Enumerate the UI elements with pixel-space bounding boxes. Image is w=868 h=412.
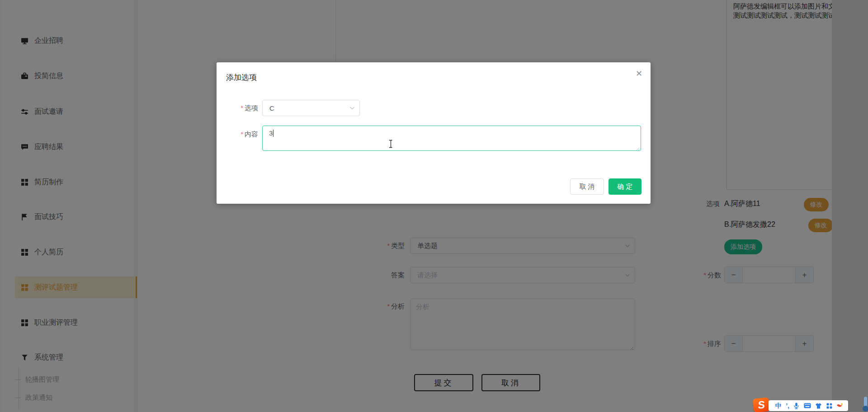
dialog-content-value: 3 bbox=[269, 129, 273, 137]
dialog-title: 添加选项 bbox=[226, 72, 257, 83]
close-icon[interactable]: ✕ bbox=[636, 70, 642, 78]
skin-shirt-icon[interactable] bbox=[815, 403, 822, 409]
thermometer-widget[interactable] bbox=[863, 397, 868, 412]
keyboard-icon[interactable] bbox=[804, 403, 811, 408]
ime-mode-chinese[interactable]: 中 bbox=[775, 403, 782, 409]
dialog-option-label: *选项 bbox=[226, 104, 258, 112]
required-asterisk: * bbox=[241, 130, 243, 138]
dialog-content-textarea[interactable]: 3 bbox=[262, 126, 641, 151]
dialog-content-label: *内容 bbox=[226, 130, 258, 139]
sogou-ime-logo[interactable]: S bbox=[752, 397, 770, 412]
ibeam-cursor-icon bbox=[388, 140, 393, 150]
modal-mask[interactable] bbox=[0, 0, 868, 412]
text-caret bbox=[273, 130, 274, 137]
dialog-cancel-button[interactable]: 取 消 bbox=[570, 178, 604, 195]
add-option-dialog: 添加选项 ✕ *选项 C *内容 3 取 消 确 定 bbox=[217, 62, 651, 204]
ime-punctuation-icon[interactable]: ’, bbox=[786, 403, 789, 409]
dialog-option-select[interactable]: C bbox=[262, 100, 360, 116]
toolbox-grid-icon[interactable] bbox=[826, 403, 832, 409]
resize-handle-icon[interactable] bbox=[635, 145, 640, 150]
thermometer-bulb bbox=[863, 406, 868, 412]
ime-toolbar: 中 ’, bbox=[769, 400, 848, 411]
dialog-option-value: C bbox=[269, 104, 274, 112]
screen: 企业招聘 投简信息 面试邀请 应聘结果 简历制作 面试技巧 bbox=[0, 0, 868, 412]
microphone-icon[interactable] bbox=[793, 403, 799, 409]
required-asterisk: * bbox=[241, 104, 243, 112]
dialog-confirm-button[interactable]: 确 定 bbox=[609, 178, 642, 195]
chevron-down-icon bbox=[349, 106, 355, 110]
emoji-lips-icon[interactable] bbox=[836, 403, 843, 408]
